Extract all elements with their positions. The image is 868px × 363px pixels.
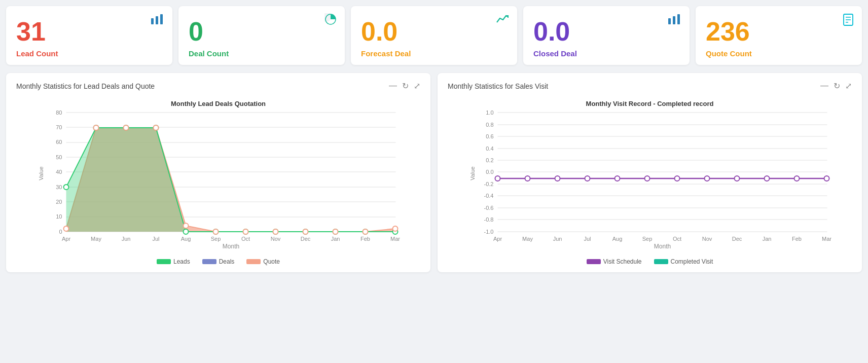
legend-vs-box	[587, 259, 601, 264]
legend-deals-box	[202, 259, 216, 264]
chart1-svg-wrap: Monthly Lead Deals Quotation 80 70 60	[16, 95, 420, 254]
legend-quote-label: Quote	[263, 258, 280, 265]
closed-deal-icon	[667, 13, 681, 27]
svg-text:Feb: Feb	[360, 236, 370, 242]
chart1-refresh[interactable]: ↻	[402, 81, 409, 91]
charts-row: Monthly Statistics for Lead Deals and Qu…	[6, 73, 862, 272]
svg-text:Oct: Oct	[241, 236, 250, 242]
chart2-refresh[interactable]: ↻	[834, 81, 840, 91]
svg-text:Apr: Apr	[493, 236, 502, 242]
svg-rect-2	[160, 14, 163, 24]
quote-count-value: 236	[706, 17, 852, 46]
svg-text:0.6: 0.6	[486, 133, 493, 139]
chart2-card: Monthly Statistics for Sales Visit — ↻ ⤢…	[438, 73, 862, 272]
deal-count-value: 0	[189, 17, 335, 46]
svg-text:50: 50	[56, 154, 62, 160]
chart2-header: Monthly Statistics for Sales Visit — ↻ ⤢	[448, 81, 852, 91]
legend-visit-schedule: Visit Schedule	[587, 258, 642, 265]
svg-text:80: 80	[56, 110, 62, 116]
svg-text:0.2: 0.2	[486, 157, 493, 163]
chart2-vs-dot-9	[765, 176, 770, 181]
chart1-quote-dot-3	[154, 125, 159, 130]
closed-deal-value: 0.0	[533, 17, 679, 46]
top-cards-row: 31 Lead Count 0 Deal Count 0.0 Forecast …	[6, 6, 862, 65]
svg-text:Sep: Sep	[211, 236, 221, 242]
chart2-actions: — ↻ ⤢	[820, 81, 852, 91]
deal-count-label: Deal Count	[189, 49, 335, 58]
forecast-deal-icon	[496, 13, 509, 27]
svg-text:-1.0: -1.0	[484, 229, 494, 235]
chart2-vs-dot-3	[585, 176, 590, 181]
chart2-minimize[interactable]: —	[820, 81, 828, 91]
chart2-vs-dot-1	[525, 176, 530, 181]
chart2-expand[interactable]: ⤢	[845, 81, 852, 91]
chart1-quote-dot-5	[213, 229, 219, 234]
svg-rect-1	[156, 16, 158, 24]
svg-text:Jan: Jan	[763, 236, 772, 242]
forecast-deal-card: 0.0 Forecast Deal	[351, 6, 517, 65]
chart1-expand[interactable]: ⤢	[414, 81, 420, 91]
lead-count-label: Lead Count	[16, 49, 162, 58]
chart1-quote-dot-11	[393, 226, 398, 231]
svg-text:-0.4: -0.4	[484, 193, 494, 199]
chart1-leads-area	[66, 128, 395, 232]
svg-text:10: 10	[56, 213, 62, 220]
svg-text:40: 40	[56, 169, 62, 175]
svg-text:Jul: Jul	[584, 236, 591, 242]
chart1-quote-dot-7	[273, 229, 278, 234]
deal-count-card: 0 Deal Count	[178, 6, 345, 65]
svg-text:May: May	[522, 236, 533, 242]
legend-leads-box	[157, 259, 171, 264]
legend-deals: Deals	[202, 258, 235, 265]
chart1-quote-dot-8	[303, 229, 308, 234]
lead-count-value: 31	[16, 17, 162, 46]
svg-text:Sep: Sep	[642, 236, 653, 242]
chart1-actions: — ↻ ⤢	[389, 81, 420, 91]
deal-count-icon	[324, 13, 337, 28]
chart1-quote-dot-2	[124, 125, 129, 130]
svg-text:1.0: 1.0	[486, 110, 493, 116]
chart1-quote-dot-0	[64, 226, 69, 231]
svg-text:30: 30	[56, 184, 62, 190]
lead-count-icon	[150, 13, 164, 27]
chart2-vs-dot-7	[705, 176, 710, 181]
svg-text:20: 20	[56, 199, 62, 205]
chart2-title: Monthly Statistics for Sales Visit	[448, 82, 548, 90]
svg-text:Feb: Feb	[792, 236, 802, 242]
chart2-vs-dot-2	[555, 176, 560, 181]
lead-count-card: 31 Lead Count	[6, 6, 172, 65]
svg-text:Dec: Dec	[301, 236, 311, 242]
svg-rect-6	[677, 14, 680, 24]
chart2-svg: Monthly Visit Record - Completed record …	[448, 95, 852, 252]
legend-quote: Quote	[246, 258, 280, 265]
legend-quote-box	[246, 259, 261, 264]
closed-deal-card: 0.0 Closed Deal	[523, 6, 690, 65]
legend-leads-label: Leads	[173, 258, 190, 265]
chart2-vs-dot-6	[675, 176, 680, 181]
quote-count-icon	[843, 13, 854, 29]
legend-completed-visit: Completed Visit	[654, 258, 713, 265]
svg-text:Jun: Jun	[553, 236, 562, 242]
svg-text:-0.6: -0.6	[484, 205, 494, 211]
svg-text:Nov: Nov	[702, 236, 712, 242]
chart1-card: Monthly Statistics for Lead Deals and Qu…	[6, 73, 430, 272]
svg-text:Mar: Mar	[822, 236, 831, 242]
chart1-quote-dot-10	[363, 229, 368, 234]
chart1-legend: Leads Deals Quote	[16, 258, 420, 265]
chart1-minimize[interactable]: —	[389, 81, 397, 91]
svg-text:Oct: Oct	[673, 236, 681, 242]
svg-text:0.0: 0.0	[486, 169, 493, 175]
legend-cv-box	[654, 259, 668, 264]
svg-text:Dec: Dec	[732, 236, 742, 242]
chart1-lead-dot-4	[184, 229, 189, 234]
quote-count-label: Quote Count	[706, 49, 852, 58]
forecast-deal-value: 0.0	[361, 17, 507, 46]
svg-text:Monthly Lead Deals Quotation: Monthly Lead Deals Quotation	[171, 100, 266, 107]
svg-text:Value: Value	[38, 167, 44, 180]
chart1-svg: Monthly Lead Deals Quotation 80 70 60	[16, 95, 420, 252]
svg-text:May: May	[91, 236, 101, 242]
svg-text:Mar: Mar	[390, 236, 400, 242]
svg-text:Value: Value	[469, 167, 476, 180]
svg-rect-5	[673, 16, 675, 24]
svg-text:Monthly Visit Record - Complet: Monthly Visit Record - Completed record	[586, 100, 714, 107]
